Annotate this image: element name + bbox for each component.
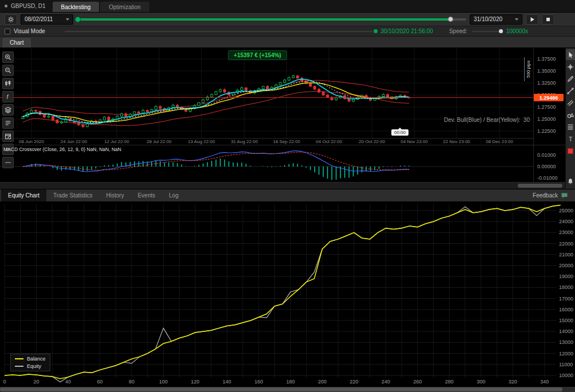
speed-slider[interactable] — [472, 31, 502, 32]
equity-x-tick: 40 — [65, 379, 71, 385]
chart-scrollbar-thumb[interactable] — [518, 184, 562, 188]
equity-y-tick: 19000 — [559, 274, 573, 279]
text-icon: T — [567, 136, 574, 142]
equity-x-tick: 340 — [540, 379, 549, 385]
objects-icon — [5, 106, 11, 113]
equity-x-tick: 60 — [97, 379, 103, 385]
speed-slider-handle[interactable] — [499, 29, 503, 33]
color-red-button[interactable] — [566, 145, 575, 156]
macd-axis-label: -0.01000 — [537, 175, 558, 181]
time-axis-label: 13 Aug 22:00 — [181, 139, 222, 144]
shapes-button[interactable] — [566, 109, 575, 120]
zoom-in-icon — [5, 54, 11, 61]
progress-start-handle[interactable] — [75, 17, 81, 22]
equity-x-tick: 100 — [159, 379, 168, 385]
playback-timeline[interactable] — [65, 31, 372, 32]
equity-legend: Balance Equity — [10, 354, 50, 371]
trendline-icon — [567, 88, 574, 94]
chevron-down-icon — [66, 18, 69, 21]
bottom-scrollbar-thumb[interactable] — [0, 387, 562, 391]
chart-type-icon — [5, 80, 11, 87]
progress-fill — [77, 18, 451, 21]
objects-button[interactable] — [2, 104, 14, 116]
backtesting-window: GBPUSD, D1 Backtesting Optimization 08/0… — [0, 0, 575, 392]
visual-mode-label: Visual Mode — [14, 28, 45, 34]
indicators-button[interactable]: f — [2, 91, 14, 102]
equity-y-tick: 11000 — [559, 362, 573, 367]
text-button[interactable]: T — [566, 133, 575, 144]
speed-label: Speed: — [449, 28, 467, 34]
equity-x-tick: 240 — [382, 379, 390, 385]
tab-backtesting[interactable]: Backtesting — [53, 2, 100, 12]
playback-position-dot[interactable] — [374, 29, 378, 33]
pips-range-label: 500 pips — [524, 57, 531, 81]
stop-button[interactable] — [542, 14, 554, 25]
time-axis[interactable]: 08 Jun 202024 Jun 22:0012 Jul 22:0028 Ju… — [0, 138, 533, 145]
tab-trade-statistics[interactable]: Trade Statistics — [46, 189, 100, 201]
equity-x-tick: 120 — [191, 379, 200, 385]
chart-type-button[interactable] — [2, 78, 14, 89]
bottom-scrollbar[interactable] — [0, 387, 575, 392]
bell-button[interactable] — [566, 176, 575, 187]
bell-icon — [567, 178, 574, 185]
tab-equity-chart[interactable]: Equity Chart — [1, 189, 46, 201]
feedback-button[interactable]: Feedback — [533, 189, 574, 201]
color-red-icon — [567, 148, 574, 155]
time-axis-label: 20 Oct 22:00 — [351, 139, 392, 144]
pencil-button[interactable] — [566, 73, 575, 84]
settings-button[interactable] — [5, 14, 17, 25]
time-axis-label: 28 Jul 22:00 — [138, 139, 180, 144]
channel-button[interactable] — [566, 97, 575, 108]
playback-timestamp: 30/10/2020 21:56:00 — [380, 28, 433, 34]
end-date-select[interactable]: 31/10/2020 — [470, 14, 522, 25]
equity-y-tick: 18000 — [559, 284, 573, 290]
tab-optimization[interactable]: Optimization — [100, 2, 149, 12]
zoom-out-button[interactable] — [2, 65, 14, 76]
play-icon — [529, 16, 536, 23]
time-tooltip: 00:00 — [391, 129, 409, 136]
start-date-select[interactable]: 08/02/2011 — [21, 14, 73, 25]
tab-log[interactable]: Log — [162, 189, 185, 201]
tab-chart[interactable]: Chart — [2, 38, 31, 47]
equity-x-tick: 80 — [129, 379, 134, 385]
equity-chart[interactable]: 0204060801001201401601802002202402602803… — [0, 201, 575, 387]
price-axis-label: 1.25000 — [537, 116, 556, 122]
equity-y-tick: 20000 — [559, 263, 573, 268]
equity-y-tick: 17000 — [559, 296, 573, 302]
equity-y-tick: 24000 — [559, 219, 573, 224]
legend-item-balance: Balance — [15, 356, 46, 362]
visual-mode-checkbox[interactable] — [5, 29, 10, 34]
chart-column: fm +15397 € (+154%) 500 pips Dev. Bull(B… — [0, 48, 565, 189]
play-button[interactable] — [526, 14, 538, 25]
tab-history[interactable]: History — [100, 189, 131, 201]
tab-events[interactable]: Events — [131, 189, 162, 201]
crosshair-button[interactable] — [566, 61, 575, 72]
templates-icon — [5, 120, 11, 126]
equity-x-tick: 180 — [286, 379, 295, 385]
channel-icon — [567, 100, 574, 106]
fibonacci-icon — [567, 124, 574, 130]
current-price-tag: 1.29466 — [534, 94, 564, 101]
chart-horizontal-scrollbar[interactable] — [0, 182, 565, 189]
time-axis-label: 16 Sep 22:00 — [266, 139, 307, 144]
equity-y-tick: 10000 — [559, 373, 573, 378]
balance-legend-label: Balance — [27, 356, 46, 362]
svg-text:T: T — [569, 136, 572, 142]
templates-button[interactable] — [2, 117, 14, 129]
progress-position-handle[interactable] — [448, 17, 453, 22]
backtest-progress-slider[interactable] — [77, 14, 466, 25]
price-axis-label: 1.22500 — [537, 128, 556, 134]
macd-indicator-label: MACD Crossover (Close, 26, 12, 9, 0) NaN… — [3, 146, 121, 152]
equity-y-tick: 13000 — [559, 339, 573, 345]
chart-tab-row: Chart — [0, 37, 575, 48]
macd-axis-label: 0.01000 — [537, 152, 556, 158]
zoom-out-icon — [5, 67, 11, 74]
symbol-tab[interactable]: GBPUSD, D1 — [0, 0, 53, 12]
fibonacci-button[interactable] — [566, 121, 575, 132]
equity-y-tick: 25000 — [559, 208, 573, 213]
bottom-tab-bar: Equity Chart Trade Statistics History Ev… — [0, 189, 575, 201]
pointer-button[interactable] — [566, 49, 575, 60]
zoom-in-button[interactable] — [2, 52, 14, 63]
trendline-button[interactable] — [566, 85, 575, 96]
candlestick-chart[interactable] — [0, 48, 533, 140]
